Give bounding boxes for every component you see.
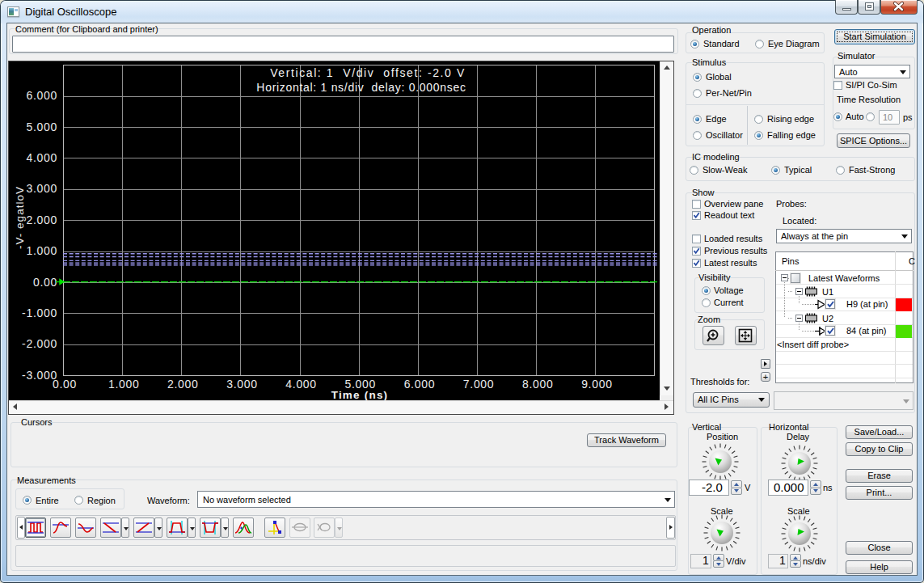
svg-text:9.000: 9.000 [581,378,613,391]
svg-text:4.000: 4.000 [285,378,317,391]
svg-text:0.00: 0.00 [33,276,57,289]
svg-text:Time (ns): Time (ns) [331,389,389,400]
svg-text:3.000: 3.000 [26,182,57,195]
svg-text:Vertical: 1 V/div offset: -2: Vertical: 1 V/div offset: -2.0 V [270,66,466,79]
svg-text:2.000: 2.000 [167,378,199,391]
svg-text:6.000: 6.000 [404,378,436,391]
svg-text:-2.000: -2.000 [22,337,57,350]
svg-text:1.000: 1.000 [26,244,57,257]
svg-text:-1.000: -1.000 [22,306,57,319]
svg-text:5.000: 5.000 [26,120,57,133]
svg-text:7.000: 7.000 [463,378,495,391]
svg-text:6.000: 6.000 [26,89,57,102]
svg-text:4.000: 4.000 [26,151,57,164]
svg-text:8.000: 8.000 [522,378,554,391]
svg-text:3.000: 3.000 [226,378,258,391]
svg-text:-V- egatloV: -V- egatloV [14,186,26,249]
svg-text:1.000: 1.000 [108,378,140,391]
svg-text:0.00: 0.00 [53,378,77,391]
svg-text:Horizontal: 1 ns/div delay: 0: Horizontal: 1 ns/div delay: 0.000nsec [256,81,466,94]
svg-text:2.000: 2.000 [26,213,57,226]
